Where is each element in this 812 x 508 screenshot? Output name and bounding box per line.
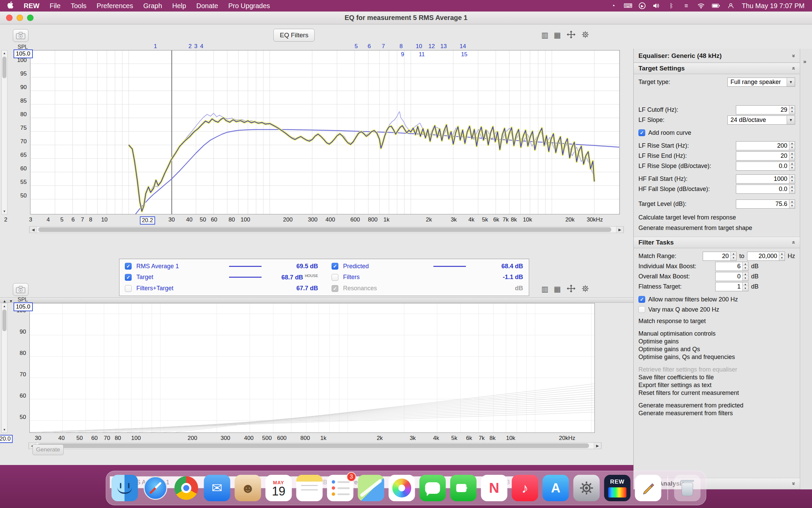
stepper[interactable]: ▲▼	[789, 162, 795, 170]
dock-notes-icon[interactable]	[296, 475, 323, 501]
rms-average-checkbox[interactable]: ✓	[125, 263, 132, 270]
wifi-status-icon[interactable]	[697, 2, 705, 10]
generate-from-target-shape-button[interactable]: Generate measurement from target shape	[634, 224, 800, 232]
scroll-left-arrow[interactable]: ◀	[29, 227, 37, 233]
menu-rew[interactable]: REW	[24, 2, 40, 10]
x-tick-20.2[interactable]: 20.2	[140, 216, 155, 225]
target-level-input[interactable]: 75.6▲▼	[736, 199, 795, 209]
battery-status-icon[interactable]	[712, 2, 720, 10]
spl-frequency-plot[interactable]	[30, 50, 620, 214]
bluetooth-status-icon[interactable]: ᛒ	[667, 2, 675, 10]
menu-file[interactable]: File	[50, 2, 61, 10]
dock-maps-icon[interactable]	[358, 475, 384, 501]
capture-graph-button-bottom[interactable]	[13, 283, 28, 296]
vary-max-q-checkbox[interactable]	[638, 306, 645, 313]
dock-news-icon[interactable]: N	[481, 475, 508, 501]
splitter-collapse-down-button[interactable]: ▼	[9, 299, 13, 303]
stepper[interactable]: ▲▼	[789, 142, 795, 150]
allow-narrow-filters-checkbox[interactable]: ✓	[638, 296, 645, 303]
input-menu-status-icon[interactable]: ≡	[682, 2, 690, 10]
stepper[interactable]: ▲▼	[742, 272, 748, 281]
menu-pro-upgrades[interactable]: Pro Upgrades	[228, 2, 270, 10]
lf-slope-dropdown[interactable]: 24 dB/octave ▼	[727, 115, 795, 125]
dock-safari-icon[interactable]	[142, 475, 169, 501]
dock-rew-icon[interactable]: REW	[604, 475, 631, 501]
scrollbar-thumb[interactable]	[38, 443, 589, 448]
optimise-gains-qs-button[interactable]: Optimise gains and Qs	[634, 345, 800, 353]
dock-system-settings-icon[interactable]	[573, 475, 600, 501]
dock-mail-icon[interactable]: ✉	[204, 475, 230, 501]
match-response-button[interactable]: Match response to target	[634, 317, 800, 325]
scroll-up-arrow[interactable]: ▲	[3, 50, 6, 56]
eq-filters-button[interactable]: EQ Filters	[273, 29, 315, 42]
chevron-down-icon[interactable]: ▼	[787, 78, 795, 86]
filters-target-checkbox[interactable]	[125, 285, 132, 292]
scroll-down-arrow[interactable]: ▼	[3, 209, 6, 214]
reset-filters-button[interactable]: Reset filters for current measurement	[634, 389, 800, 397]
graph-limits-icon[interactable]: ▥	[541, 285, 548, 294]
menu-help[interactable]: Help	[172, 2, 186, 10]
sidebar-collapse-strip[interactable]: »	[800, 49, 812, 489]
dock-app-store-icon[interactable]: A	[543, 475, 569, 501]
add-room-curve-checkbox[interactable]: ✓	[638, 129, 645, 136]
export-filter-settings-button[interactable]: Export filter settings as text	[634, 381, 800, 389]
graph-layout-icon[interactable]: ▦	[554, 31, 561, 40]
menu-clock[interactable]: Thu May 19 7:07 PM	[742, 2, 805, 10]
stepper[interactable]: ▲▼	[779, 252, 785, 260]
fit-to-data-icon[interactable]	[566, 284, 576, 294]
apple-menu-icon[interactable]	[7, 1, 14, 10]
bottom-plot-horizontal-scrollbar[interactable]: ◀ ▶	[28, 442, 602, 449]
lf-rise-start-input[interactable]: 200▲▼	[736, 141, 795, 150]
optimise-gains-button[interactable]: Optimise gains	[634, 338, 800, 345]
target-type-dropdown[interactable]: Full range speaker ▼	[727, 78, 795, 87]
flatness-target-input[interactable]: 1▲▼	[715, 282, 748, 291]
bottom-plot-vertical-scrollbar[interactable]: ▲ ▼	[1, 303, 7, 433]
match-range-from-input[interactable]: 20▲▼	[703, 252, 737, 261]
generate-from-predicted-button[interactable]: Generate measurement from predicted	[634, 402, 800, 409]
gauge-status-icon[interactable]: ◔	[609, 2, 617, 10]
stepper[interactable]: ▲▼	[789, 200, 795, 208]
scroll-up-arrow[interactable]: ▲	[3, 303, 6, 309]
filters-target-label[interactable]: Filters+Target	[134, 285, 211, 292]
filter-tasks-header[interactable]: Filter Tasks «	[634, 237, 800, 248]
dock-messages-icon[interactable]	[420, 475, 446, 501]
collapse-target-settings-icon[interactable]: «	[790, 67, 797, 70]
rms-average-label[interactable]: RMS Average 1	[134, 263, 211, 270]
dock-finder-icon[interactable]	[112, 475, 138, 501]
generate-from-filters-button[interactable]: Generate measurement from filters	[634, 409, 800, 417]
graph-settings-gear-icon[interactable]	[581, 30, 589, 40]
dock-chrome-icon[interactable]	[173, 475, 200, 501]
individual-max-boost-input[interactable]: 6▲▼	[715, 262, 748, 271]
splitter-collapse-up-button[interactable]: ▲	[3, 299, 6, 303]
x-tick-20.0[interactable]: 20.0	[0, 435, 13, 443]
lf-rise-slope-input[interactable]: 0.0▲▼	[736, 162, 795, 171]
capture-graph-button[interactable]	[13, 29, 28, 42]
fit-to-data-icon[interactable]	[566, 30, 576, 40]
top-plot-horizontal-scrollbar[interactable]: ◀ ▶	[29, 226, 624, 233]
scrollbar-thumb[interactable]	[38, 227, 611, 232]
panel-splitter[interactable]: ▲▼	[0, 297, 633, 303]
resonances-checkbox[interactable]: ✓	[332, 285, 338, 292]
y-axis-max-top[interactable]: 105.0	[14, 49, 33, 58]
dock-facetime-icon[interactable]	[450, 475, 477, 501]
graph-settings-gear-icon[interactable]	[581, 284, 589, 294]
stepper[interactable]: ▲▼	[789, 175, 795, 183]
waterfall-plot[interactable]	[29, 303, 595, 433]
graph-layout-icon[interactable]: ▦	[554, 285, 561, 294]
y-axis-max-bottom[interactable]: 105.0	[14, 302, 33, 311]
collapse-panel-chevron-icon[interactable]: »	[803, 58, 806, 65]
scroll-down-arrow[interactable]: ▼	[3, 427, 6, 432]
fast-user-switch-icon[interactable]	[727, 2, 735, 10]
lf-rise-end-input[interactable]: 20▲▼	[736, 151, 795, 161]
dock-trash-icon[interactable]	[674, 475, 701, 501]
dock-contacts-icon[interactable]: ☻	[235, 475, 261, 501]
dock-calendar-icon[interactable]: MAY 19	[266, 475, 292, 501]
hf-fall-slope-input[interactable]: 0.0▲▼	[736, 185, 795, 194]
volume-status-icon[interactable]	[652, 2, 660, 10]
scrollbar-thumb[interactable]	[2, 310, 6, 331]
dock-pen-app-icon[interactable]	[635, 475, 661, 501]
target-label[interactable]: Target	[134, 274, 211, 281]
collapse-all-chevron-icon[interactable]: »	[790, 54, 797, 57]
stepper[interactable]: ▲▼	[789, 152, 795, 160]
optimise-gains-qs-freqs-button[interactable]: Optimise gains, Qs and frequencies	[634, 353, 800, 361]
